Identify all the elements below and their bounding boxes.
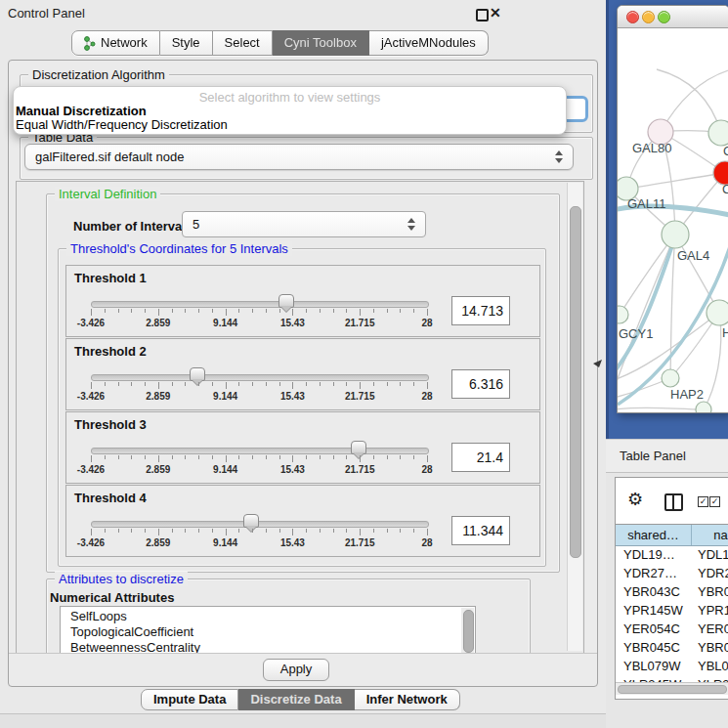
tab-discretize-data[interactable]: Discretize Data: [238, 689, 354, 710]
dropdown-option-manual-discretization[interactable]: Manual Discretization: [16, 104, 147, 118]
tick-mark: [118, 455, 119, 459]
tick-mark: [373, 382, 374, 386]
checkbox-icon[interactable]: ✓: [698, 496, 708, 507]
tick-mark: [333, 382, 334, 386]
cell-shared-name: YBR045C: [616, 638, 691, 657]
cell-shared-name: YDR27…: [616, 564, 691, 582]
scrollbar-thumb[interactable]: [618, 685, 727, 694]
slider-thumb[interactable]: [278, 294, 294, 308]
cell-name: YBR0: [691, 582, 728, 601]
tick-mark: [91, 529, 92, 535]
list-item-topologicalcoefficient[interactable]: TopologicalCoefficient: [61, 624, 461, 640]
apply-row: Apply: [9, 653, 597, 686]
list-item-betweennesscentrality[interactable]: BetweennessCentrality: [61, 640, 461, 654]
node-gal4[interactable]: [662, 221, 689, 248]
threshold-2-slider[interactable]: [91, 374, 429, 381]
tick-label: 9.144: [213, 391, 237, 402]
cell-name: YDR2: [691, 564, 728, 582]
threshold-4-value-field[interactable]: 11.344: [451, 516, 510, 545]
table-data-combobox[interactable]: galFiltered.sif default node: [24, 144, 574, 170]
number-of-intervals-combobox[interactable]: 5: [182, 211, 426, 237]
zoom-traffic-light-icon[interactable]: [658, 11, 670, 23]
close-traffic-light-icon[interactable]: [626, 11, 639, 23]
tab-select[interactable]: Select: [213, 30, 273, 56]
threshold-3-panel: Threshold 3 -3.426 2.859 9.144 15.43 21.…: [65, 411, 540, 484]
tick-mark: [387, 309, 388, 313]
table-horizontal-scrollbar[interactable]: [616, 682, 728, 695]
tab-impute-data[interactable]: Impute Data: [141, 689, 238, 710]
tick-mark: [292, 529, 293, 535]
node-hap2[interactable]: [662, 369, 679, 387]
threshold-1-value-field[interactable]: 14.713: [451, 296, 510, 325]
tick-mark: [226, 455, 227, 462]
tick-mark: [400, 309, 401, 313]
table-row[interactable]: YER054CYER0: [616, 620, 728, 638]
gear-icon[interactable]: ⚙: [627, 489, 643, 510]
group-title: Threshold's Coordinates for 5 Intervals: [66, 241, 292, 256]
tab-cyni-toolbox[interactable]: Cyni Toolbox: [273, 30, 369, 56]
column-header-name[interactable]: name: [692, 525, 728, 545]
cell-shared-name: YLR345W: [616, 675, 691, 682]
tick-mark: [333, 529, 334, 533]
tick-mark: [320, 309, 321, 313]
tick-mark: [279, 455, 280, 459]
column-header-shared-name[interactable]: shared…: [616, 525, 692, 545]
slider-thumb[interactable]: [243, 514, 259, 528]
tick-mark: [145, 382, 146, 386]
apply-button[interactable]: Apply: [263, 659, 329, 681]
node-gcy1[interactable]: [618, 306, 628, 323]
cell-shared-name: YBR043C: [616, 582, 691, 601]
slider-thumb[interactable]: [351, 441, 366, 454]
tick-mark: [131, 529, 132, 533]
tick-mark: [306, 529, 307, 533]
table-row[interactable]: YPR145WYPR1: [616, 601, 728, 620]
dropdown-placeholder-option[interactable]: Select algorithm to view settings: [14, 90, 566, 105]
control-panel-titlebar: Control Panel ✕: [0, 0, 606, 26]
tab-style[interactable]: Style: [160, 30, 213, 56]
network-canvas[interactable]: GAL80 GAL11 GAL4 GCY1 HAP2 G C H: [618, 28, 728, 412]
table-row[interactable]: YBR043CYBR0: [616, 582, 728, 601]
attributes-list-scrollbar[interactable]: [461, 608, 474, 654]
scrollbar-thumb[interactable]: [570, 206, 581, 558]
threshold-3-slider[interactable]: [91, 448, 429, 454]
network-view-window[interactable]: GAL80 GAL11 GAL4 GCY1 HAP2 G C H: [617, 5, 728, 413]
list-item-selfloops[interactable]: SelfLoops: [61, 609, 461, 624]
checkbox-icon[interactable]: ✓: [709, 496, 720, 507]
tab-infer-network[interactable]: Infer Network: [355, 689, 460, 710]
threshold-4-slider[interactable]: [91, 521, 429, 528]
table-row[interactable]: YDR27…YDR2: [616, 564, 728, 582]
tick-label: 15.43: [280, 391, 305, 402]
threshold-2-panel: Threshold 2 -3.426 2.859 9.144 15.43 21.…: [65, 338, 540, 410]
table-row[interactable]: YDL19…YDL1: [616, 545, 728, 564]
settings-scroll-area: Interval Definition Number of Intervals …: [16, 181, 584, 654]
network-window-titlebar[interactable]: [618, 6, 728, 28]
tab-network[interactable]: Network: [71, 30, 160, 56]
table-row[interactable]: YBL079WYBL0: [616, 657, 728, 675]
cell-name: YBR0: [691, 638, 728, 657]
table-row[interactable]: YLR345WYLR3: [616, 675, 728, 682]
threshold-3-value-field[interactable]: 21.4: [451, 443, 510, 472]
settings-vertical-scrollbar[interactable]: [567, 183, 582, 651]
tick-mark: [400, 529, 401, 533]
close-icon[interactable]: ✕: [490, 5, 501, 21]
tick-mark: [427, 309, 428, 316]
tick-mark: [118, 382, 119, 386]
tick-mark: [427, 382, 428, 389]
tick-label: 21.715: [345, 464, 375, 475]
tab-jactivemnodules[interactable]: jActiveMNodules: [369, 30, 489, 56]
float-panel-icon[interactable]: [476, 9, 489, 21]
node-right-mid[interactable]: [707, 300, 728, 325]
table-header-row: shared… name: [616, 524, 728, 546]
node-bottom[interactable]: [696, 402, 711, 413]
node-top-right[interactable]: [708, 120, 728, 146]
slider-thumb[interactable]: [190, 367, 205, 381]
tick-mark: [145, 529, 146, 533]
dropdown-option-equal-width-frequency[interactable]: Equal Width/Frequency Discretization: [16, 117, 228, 132]
threshold-2-value-field[interactable]: 6.316: [451, 369, 510, 399]
node-label: HAP2: [670, 387, 704, 402]
minimize-traffic-light-icon[interactable]: [642, 11, 655, 23]
table-row[interactable]: YBR045CYBR0: [616, 638, 728, 657]
columns-icon[interactable]: [664, 493, 683, 511]
table-panel-titlebar: Table Panel: [606, 439, 728, 473]
threshold-1-slider[interactable]: [91, 301, 429, 308]
